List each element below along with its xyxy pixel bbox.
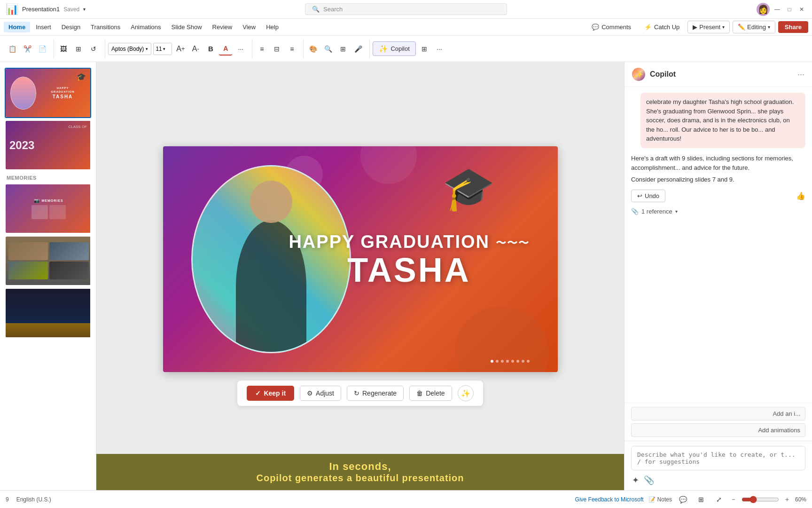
attach-tool-button[interactable]: 📎	[644, 475, 654, 485]
decrease-font-button[interactable]: A-	[189, 42, 202, 56]
mic-button[interactable]: 🎤	[351, 42, 365, 56]
maximize-button[interactable]: □	[785, 5, 794, 14]
graduate-name-text: TASHA	[289, 253, 529, 287]
copilot-button[interactable]: ✨ Copilot	[373, 41, 415, 56]
font-color-button[interactable]: A	[219, 42, 232, 56]
powerpoint-icon: 📊	[6, 3, 18, 16]
find-button[interactable]: 🔍	[321, 42, 335, 56]
dot-6	[516, 360, 519, 363]
add-image-suggestion[interactable]: Add an i...	[631, 407, 805, 421]
cut-button[interactable]: ✂️	[21, 42, 34, 56]
bullets-button[interactable]: ≡	[255, 42, 268, 56]
bold-button[interactable]: B	[204, 42, 217, 56]
menu-item-slideshow[interactable]: Slide Show	[167, 22, 207, 32]
present-dropdown-icon: ▾	[722, 24, 725, 30]
user-chat-bubble: celebrate my daughter Tasha's high schoo…	[640, 93, 805, 148]
copilot-more-button[interactable]: ···	[797, 70, 804, 79]
slide-thumb-5[interactable]	[5, 288, 91, 338]
magic-button[interactable]: ✨	[458, 385, 474, 401]
designer-button[interactable]: ⊞	[418, 42, 431, 56]
numbering-button[interactable]: ⊟	[270, 42, 283, 56]
copilot-chat: celebrate my daughter Tasha's high schoo…	[625, 87, 812, 403]
like-button[interactable]: 👍	[796, 190, 805, 202]
comment-view-button[interactable]: 💬	[677, 493, 690, 506]
fit-view-button[interactable]: ⤢	[712, 493, 726, 506]
comments-button[interactable]: 💬 Comments	[586, 21, 636, 33]
slide-thumb-4[interactable]	[5, 236, 91, 286]
copy-button[interactable]: 📄	[36, 42, 49, 56]
memories-section-label: Memories	[0, 172, 96, 182]
clipboard-group: 📋 ✂️ 📄	[6, 40, 54, 58]
paste-button[interactable]: 📋	[6, 42, 19, 56]
minimize-button[interactable]: —	[773, 5, 782, 14]
title-bar-left: 📊 Presentation1 Saved ▾	[6, 3, 86, 16]
slide-thumb-3[interactable]: 📷 MEMORIES	[5, 183, 91, 234]
dot-7	[522, 360, 524, 363]
replace-button[interactable]: ⊞	[336, 42, 350, 56]
new-slide-button[interactable]: 🖼	[57, 42, 70, 56]
dot-5	[511, 360, 514, 363]
regenerate-button[interactable]: ↻ Regenerate	[347, 386, 404, 401]
share-button[interactable]: Share	[778, 21, 808, 33]
menu-item-insert[interactable]: Insert	[31, 22, 56, 32]
present-icon: ▶	[693, 24, 697, 31]
shape-fill-button[interactable]: 🎨	[306, 42, 320, 56]
slide-dots	[491, 360, 530, 363]
user-avatar[interactable]: 👩	[757, 3, 770, 16]
title-bar: 📊 Presentation1 Saved ▾ 🔍 Search 👩 — □ ✕	[0, 0, 812, 19]
reset-button[interactable]: ↺	[87, 42, 100, 56]
bg-circle-3	[360, 146, 417, 184]
comments-icon: 💬	[592, 24, 599, 31]
main-layout: HAPPY GRADUATION TASHA 🎓 2023 CLASS OF M…	[0, 62, 812, 490]
subtitle-line1: In seconds,	[106, 460, 615, 473]
menu-item-transitions[interactable]: Transitions	[86, 22, 125, 32]
menu-item-review[interactable]: Review	[208, 22, 237, 32]
zoom-plus-icon[interactable]: ＋	[784, 495, 790, 504]
increase-font-button[interactable]: A+	[174, 42, 187, 56]
feedback-link[interactable]: Give Feedback to Microsoft	[575, 496, 644, 503]
undo-button[interactable]: ↩ Undo	[631, 190, 665, 202]
wave-icon: 〜〜〜	[496, 237, 530, 249]
keep-it-button[interactable]: ✓ Keep it	[247, 386, 294, 401]
editing-button[interactable]: ✏️ Editing ▾	[733, 21, 775, 33]
slide2-year: 2023	[9, 139, 34, 152]
slides-panel: HAPPY GRADUATION TASHA 🎓 2023 CLASS OF M…	[0, 62, 96, 490]
close-button[interactable]: ✕	[797, 5, 806, 14]
slide-thumb-1[interactable]: HAPPY GRADUATION TASHA 🎓	[5, 68, 91, 118]
slide-layout-button[interactable]: ⊞	[72, 42, 85, 56]
dot-3	[501, 360, 504, 363]
copilot-input-field[interactable]	[631, 446, 805, 470]
search-bar[interactable]: 🔍 Search	[305, 3, 507, 15]
notes-button[interactable]: 📝 Notes	[648, 496, 672, 503]
more-formatting-button[interactable]: ···	[234, 42, 247, 56]
search-icon: 🔍	[312, 6, 320, 13]
zoom-minus-icon[interactable]: －	[730, 495, 737, 504]
font-family-select[interactable]: Aptos (Body) ▾	[108, 43, 151, 55]
copilot-group: ✨ Copilot ⊞ ···	[373, 40, 450, 58]
add-animations-suggestion[interactable]: Add animations	[631, 423, 805, 437]
slide-thumb-2[interactable]: 2023 CLASS OF	[5, 120, 91, 170]
chevron-down-icon: ▾	[675, 208, 678, 215]
sparkle-tool-button[interactable]: ✦	[632, 475, 639, 485]
zoom-slider[interactable]	[742, 496, 779, 503]
more-options-button[interactable]: ···	[433, 42, 446, 56]
adjust-icon: ⚙	[307, 389, 313, 397]
delete-button[interactable]: 🗑 Delete	[409, 386, 452, 401]
title-dropdown-icon[interactable]: ▾	[83, 7, 86, 12]
adjust-button[interactable]: ⚙ Adjust	[300, 386, 341, 401]
dot-1	[491, 360, 493, 363]
editing-dropdown-icon: ▾	[768, 24, 770, 30]
catch-up-button[interactable]: ⚡ Catch Up	[639, 21, 685, 33]
menu-item-help[interactable]: Help	[261, 22, 283, 32]
menu-item-animations[interactable]: Animations	[126, 22, 165, 32]
status-bar: 9 English (U.S.) Give Feedback to Micros…	[0, 490, 812, 508]
reference-link[interactable]: 📎 1 reference ▾	[631, 206, 805, 218]
font-size-select[interactable]: 11 ▾	[153, 43, 172, 55]
main-slide-canvas[interactable]: 🎓 HAPPY GRADUATION 〜〜〜 TASHA	[163, 146, 558, 372]
grid-view-button[interactable]: ⊞	[695, 493, 708, 506]
present-button[interactable]: ▶ Present ▾	[687, 21, 730, 33]
menu-item-design[interactable]: Design	[57, 22, 85, 32]
align-button[interactable]: ≡	[285, 42, 298, 56]
menu-item-view[interactable]: View	[238, 22, 260, 32]
menu-item-home[interactable]: Home	[4, 22, 30, 32]
